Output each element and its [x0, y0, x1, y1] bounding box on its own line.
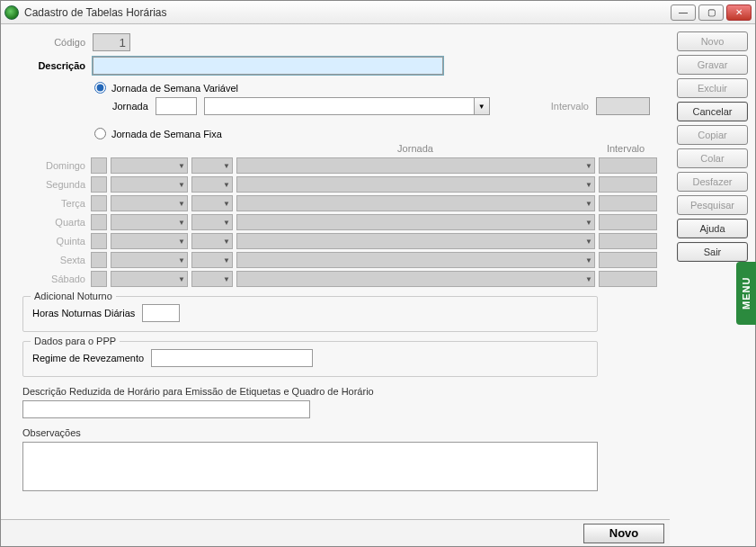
chevron-down-icon: ▼: [223, 275, 230, 283]
day-type-select: ▼: [111, 157, 188, 174]
day-code-select: ▼: [191, 252, 233, 268]
chevron-down-icon: ▼: [223, 219, 230, 227]
chevron-down-icon: ▼: [178, 200, 185, 208]
chevron-down-icon: ▼: [585, 238, 592, 246]
chevron-down-icon: ▼: [178, 219, 185, 227]
chevron-down-icon: ▼: [178, 181, 185, 189]
day-jornada-select: ▼: [236, 214, 595, 230]
chevron-down-icon: ▼: [178, 238, 185, 246]
codigo-label: Código: [13, 37, 85, 48]
day-type-select: ▼: [111, 214, 188, 230]
jornada-select[interactable]: ▼: [204, 97, 490, 115]
day-label: Sexta: [22, 255, 87, 265]
codigo-input: [93, 33, 130, 51]
day-intervalo-cell: [599, 233, 657, 249]
day-intervalo-cell: [599, 271, 657, 287]
descricao-input[interactable]: [93, 57, 443, 75]
chevron-down-icon: ▼: [223, 238, 230, 246]
menu-tab[interactable]: MENU: [736, 262, 756, 325]
grid-row-sábado: Sábado▼▼▼: [22, 271, 657, 287]
cancelar-button[interactable]: Cancelar: [677, 102, 748, 121]
day-type-select: ▼: [111, 252, 188, 268]
descricao-reduzida-input[interactable]: [22, 400, 310, 418]
day-label: Terça: [22, 198, 87, 209]
descricao-reduzida-label: Descrição Reduzida de Horário para Emiss…: [22, 386, 657, 397]
descricao-label: Descrição: [13, 60, 85, 71]
chevron-down-icon: ▼: [178, 256, 185, 265]
radio-jornada-variavel[interactable]: [94, 82, 106, 94]
grid-row-terça: Terça▼▼▼: [22, 195, 657, 211]
ajuda-button[interactable]: Ajuda: [677, 219, 748, 238]
chevron-down-icon: ▼: [585, 256, 592, 265]
minimize-button[interactable]: ―: [671, 4, 696, 21]
chevron-down-icon: ▼: [585, 275, 592, 283]
day-code-select: ▼: [191, 271, 233, 287]
day-code-select: ▼: [191, 195, 233, 211]
day-label: Domingo: [22, 160, 87, 171]
jornada-select-input[interactable]: [204, 97, 474, 115]
chevron-down-icon: ▼: [223, 200, 230, 208]
pesquisar-button[interactable]: Pesquisar: [677, 195, 748, 215]
day-label: Sábado: [22, 274, 87, 284]
semana-fixa-grid: Jornada Intervalo Domingo▼▼▼Segunda▼▼▼Te…: [22, 143, 657, 287]
window-title: Cadastro de Tabelas Horárias: [24, 6, 671, 19]
day-code-select: ▼: [191, 214, 233, 230]
sair-button[interactable]: Sair: [677, 242, 748, 262]
chevron-down-icon: ▼: [585, 162, 592, 170]
horas-noturnas-label: Horas Noturnas Diárias: [32, 308, 135, 318]
day-jornada-select: ▼: [236, 176, 595, 193]
copiar-button[interactable]: Copiar: [677, 125, 748, 145]
titlebar: Cadastro de Tabelas Horárias ― ▢ ✕: [1, 1, 755, 24]
close-button[interactable]: ✕: [726, 4, 752, 21]
excluir-button[interactable]: Excluir: [677, 78, 748, 98]
desfazer-button[interactable]: Desfazer: [677, 172, 748, 192]
grid-row-domingo: Domingo▼▼▼: [22, 157, 657, 174]
adicional-noturno-legend: Adicional Noturno: [31, 291, 116, 301]
colar-button[interactable]: Colar: [677, 148, 748, 168]
chevron-down-icon: ▼: [178, 275, 185, 283]
chevron-down-icon: ▼: [223, 256, 230, 265]
day-intervalo-cell: [599, 214, 657, 230]
chevron-down-icon: ▼: [223, 181, 230, 189]
horas-noturnas-input[interactable]: [142, 304, 180, 322]
day-jornada-select: ▼: [236, 271, 595, 287]
day-code-select: ▼: [191, 157, 233, 174]
status-novo-button[interactable]: Novo: [583, 524, 664, 543]
jornada-code-input[interactable]: [156, 97, 197, 115]
grid-row-segunda: Segunda▼▼▼: [22, 176, 657, 193]
radio-jornada-fixa[interactable]: [94, 128, 106, 139]
chevron-down-icon: ▼: [223, 162, 230, 170]
day-intervalo-cell: [599, 157, 657, 174]
statusbar: Novo: [1, 519, 670, 546]
novo-button[interactable]: Novo: [677, 31, 748, 51]
maximize-button[interactable]: ▢: [698, 4, 724, 21]
intervalo-label: Intervalo: [551, 101, 589, 112]
observacoes-textarea[interactable]: [22, 442, 598, 491]
chevron-down-icon: ▼: [585, 181, 592, 189]
jornada-sub-label: Jornada: [112, 101, 148, 112]
day-enable-cell: [91, 233, 107, 249]
observacoes-label: Observações: [22, 427, 657, 438]
adicional-noturno-group: Adicional Noturno Horas Noturnas Diárias: [22, 296, 598, 332]
main-panel: Código Descrição Jornada de Semana Variá…: [1, 24, 670, 546]
day-jornada-select: ▼: [236, 252, 595, 268]
app-window: Cadastro de Tabelas Horárias ― ▢ ✕ Códig…: [0, 0, 756, 547]
radio-jornada-fixa-label: Jornada de Semana Fixa: [111, 129, 222, 139]
day-enable-cell: [91, 214, 107, 230]
app-icon: [4, 5, 19, 20]
gravar-button[interactable]: Gravar: [677, 55, 748, 75]
day-enable-cell: [91, 271, 107, 287]
day-type-select: ▼: [111, 271, 188, 287]
chevron-down-icon[interactable]: ▼: [474, 97, 490, 115]
regime-revezamento-input[interactable]: [151, 349, 313, 367]
day-label: Segunda: [22, 179, 87, 190]
grid-header-jornada: Jornada: [236, 143, 594, 154]
dados-ppp-group: Dados para o PPP Regime de Revezamento: [22, 341, 598, 377]
grid-row-quinta: Quinta▼▼▼: [22, 233, 657, 249]
chevron-down-icon: ▼: [585, 219, 592, 227]
day-type-select: ▼: [111, 233, 188, 249]
day-label: Quinta: [22, 236, 87, 247]
day-code-select: ▼: [191, 176, 233, 193]
day-intervalo-cell: [599, 195, 657, 211]
grid-row-quarta: Quarta▼▼▼: [22, 214, 657, 230]
